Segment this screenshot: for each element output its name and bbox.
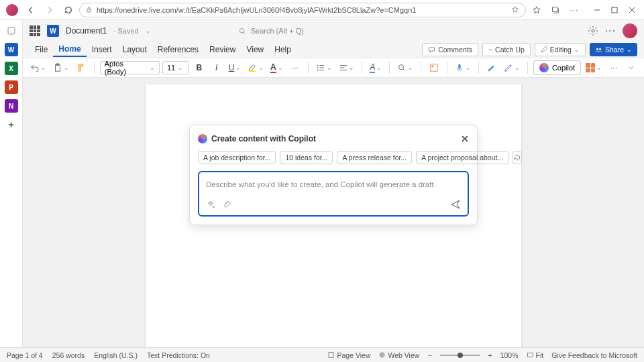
maximize-button[interactable]: [606, 2, 623, 18]
bullets-button[interactable]: ⌄: [314, 60, 334, 75]
svg-rect-24: [431, 64, 438, 72]
attach-icon[interactable]: [222, 200, 231, 209]
title-chevron-icon[interactable]: ⌄: [146, 27, 151, 34]
page-count[interactable]: Page 1 of 4: [7, 351, 43, 359]
tab-references[interactable]: References: [152, 43, 204, 56]
refresh-suggestions-icon[interactable]: [513, 151, 522, 164]
copilot-button[interactable]: Copilot: [533, 60, 581, 75]
svg-point-22: [399, 65, 404, 70]
zoom-level[interactable]: 100%: [500, 351, 519, 359]
suggestion-chip[interactable]: A project proposal about...: [416, 151, 508, 164]
font-size-select[interactable]: 11⌄: [162, 61, 189, 74]
collections-icon[interactable]: [547, 2, 564, 18]
tab-home[interactable]: Home: [53, 42, 86, 57]
rail-powerpoint-icon[interactable]: P: [5, 80, 18, 94]
word-count[interactable]: 256 words: [52, 351, 85, 359]
tab-review[interactable]: Review: [204, 43, 241, 56]
underline-button[interactable]: U⌄: [227, 60, 244, 75]
bold-button[interactable]: B: [192, 60, 207, 75]
url-text: https://onedrive.live.com/w:/t/EaCKkPs6A…: [97, 6, 506, 14]
collapse-ribbon-icon[interactable]: [624, 60, 639, 75]
tab-file[interactable]: File: [30, 43, 53, 56]
tab-view[interactable]: View: [241, 43, 269, 56]
svg-point-9: [599, 48, 601, 50]
svg-rect-0: [87, 9, 91, 12]
more-font-icon[interactable]: ···: [288, 60, 303, 75]
svg-rect-3: [612, 7, 617, 13]
toolbar-more-icon[interactable]: ···: [606, 60, 621, 75]
editing-button[interactable]: Editing⌄: [535, 43, 586, 56]
editor-button[interactable]: [484, 60, 499, 75]
grid-view-button[interactable]: ⌄: [584, 60, 604, 75]
undo-button[interactable]: ⌄: [28, 60, 48, 75]
zoom-out-button[interactable]: −: [427, 351, 431, 359]
rail-onenote-icon[interactable]: N: [5, 99, 18, 113]
svg-rect-25: [432, 66, 434, 68]
suggestion-chip[interactable]: A press release for...: [337, 151, 412, 164]
header-more-icon[interactable]: ···: [605, 25, 616, 37]
close-window-button[interactable]: [624, 2, 640, 18]
svg-point-14: [317, 67, 318, 68]
prompt-input[interactable]: [206, 180, 461, 188]
comments-button[interactable]: Comments: [422, 43, 478, 56]
search-placeholder: Search (Alt + Q): [251, 27, 304, 35]
format-painter-button[interactable]: [74, 60, 89, 75]
rewrite-button[interactable]: ⌄: [502, 60, 522, 75]
align-button[interactable]: ⌄: [337, 60, 357, 75]
rail-add-icon[interactable]: +: [5, 118, 18, 131]
sparkle-icon[interactable]: [206, 200, 215, 209]
app-launcher-icon[interactable]: [30, 25, 40, 36]
dictate-button[interactable]: ⌄: [453, 60, 473, 75]
find-button[interactable]: ⌄: [395, 60, 415, 75]
tab-help[interactable]: Help: [269, 43, 297, 56]
close-icon[interactable]: ✕: [461, 133, 469, 144]
save-status: · Saved: [113, 27, 138, 35]
rail-excel-icon[interactable]: X: [5, 62, 18, 75]
forward-button: [42, 2, 58, 18]
styles-button[interactable]: A⌄: [368, 60, 384, 75]
copilot-popup: Create content with Copilot ✕ A job desc…: [189, 125, 478, 225]
copilot-popup-title: Create content with Copilot: [211, 134, 316, 143]
svg-point-5: [239, 28, 244, 33]
rail-home-icon[interactable]: [5, 24, 18, 38]
font-family-select[interactable]: Aptos (Body)⌄: [100, 61, 160, 74]
share-button[interactable]: Share⌄: [590, 43, 637, 56]
refresh-button[interactable]: [60, 2, 76, 18]
fit-button[interactable]: Fit: [527, 351, 544, 359]
profile-avatar[interactable]: [4, 2, 20, 18]
settings-icon[interactable]: [588, 25, 598, 36]
language[interactable]: English (U.S.): [94, 351, 138, 359]
italic-button[interactable]: I: [209, 60, 224, 75]
minimize-button[interactable]: [589, 2, 605, 18]
back-button[interactable]: [23, 2, 39, 18]
svg-rect-4: [8, 27, 15, 34]
page-view-button[interactable]: Page View: [327, 351, 370, 359]
suggestion-chip[interactable]: A job description for...: [198, 151, 276, 164]
web-view-button[interactable]: Web View: [378, 351, 419, 359]
send-icon[interactable]: [450, 199, 461, 210]
tab-insert[interactable]: Insert: [87, 43, 117, 56]
font-color-button[interactable]: A⌄: [268, 60, 285, 75]
feedback-link[interactable]: Give Feedback to Microsoft: [551, 351, 637, 359]
address-bar[interactable]: https://onedrive.live.com/w:/t/EaCKkPs6A…: [79, 3, 526, 17]
zoom-in-button[interactable]: +: [488, 351, 492, 359]
highlight-button[interactable]: ⌄: [246, 60, 266, 75]
search-box[interactable]: Search (Alt + Q): [238, 23, 413, 38]
browser-toolbar: https://onedrive.live.com/w:/t/EaCKkPs6A…: [0, 0, 644, 20]
user-avatar[interactable]: [623, 23, 637, 38]
reading-mode-icon[interactable]: [511, 5, 520, 15]
copilot-icon: [539, 63, 549, 72]
text-predictions[interactable]: Text Predictions: On: [147, 351, 210, 359]
prompt-box: [198, 171, 469, 217]
zoom-slider[interactable]: [440, 355, 480, 356]
search-icon: [238, 27, 247, 36]
paste-button[interactable]: ⌄: [51, 60, 71, 75]
catchup-button[interactable]: ~Catch Up: [482, 43, 531, 56]
more-icon[interactable]: ···: [566, 2, 582, 18]
document-title[interactable]: Document1: [66, 26, 107, 36]
suggestion-chip[interactable]: 10 ideas for...: [280, 151, 333, 164]
favorites-icon[interactable]: [529, 2, 545, 18]
rail-word-icon[interactable]: W: [5, 43, 18, 56]
tab-layout[interactable]: Layout: [117, 43, 152, 56]
designer-button[interactable]: [427, 60, 441, 75]
